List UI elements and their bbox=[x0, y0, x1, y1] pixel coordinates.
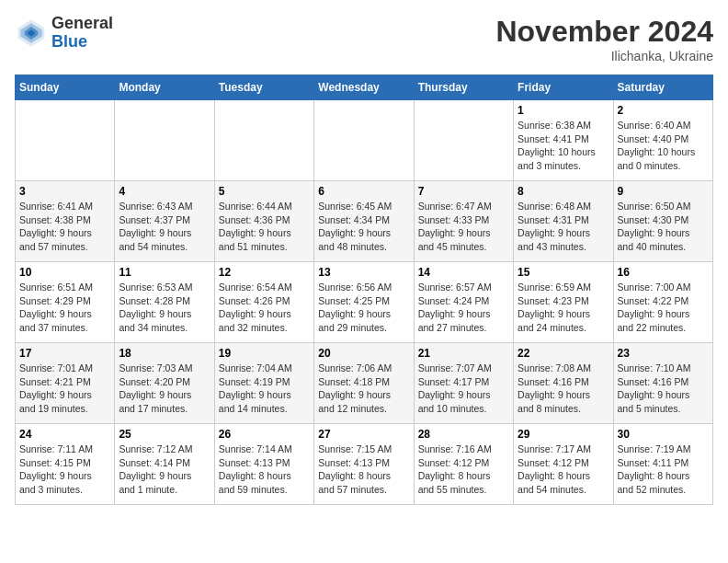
day-info: Sunrise: 6:59 AM Sunset: 4:23 PM Dayligh… bbox=[518, 281, 609, 335]
day-number: 16 bbox=[618, 266, 709, 279]
day-info: Sunrise: 7:06 AM Sunset: 4:18 PM Dayligh… bbox=[318, 362, 409, 416]
day-number: 30 bbox=[618, 428, 709, 441]
day-info: Sunrise: 7:00 AM Sunset: 4:22 PM Dayligh… bbox=[618, 281, 709, 335]
day-cell: 30Sunrise: 7:19 AM Sunset: 4:11 PM Dayli… bbox=[613, 424, 712, 505]
header-cell-saturday: Saturday bbox=[613, 75, 712, 100]
day-cell: 9Sunrise: 6:50 AM Sunset: 4:30 PM Daylig… bbox=[613, 181, 712, 262]
day-info: Sunrise: 6:56 AM Sunset: 4:25 PM Dayligh… bbox=[318, 281, 409, 335]
day-cell: 27Sunrise: 7:15 AM Sunset: 4:13 PM Dayli… bbox=[314, 424, 414, 505]
day-cell: 23Sunrise: 7:10 AM Sunset: 4:16 PM Dayli… bbox=[613, 343, 712, 424]
day-number: 5 bbox=[219, 185, 310, 198]
week-row-3: 17Sunrise: 7:01 AM Sunset: 4:21 PM Dayli… bbox=[16, 343, 713, 424]
week-row-1: 3Sunrise: 6:41 AM Sunset: 4:38 PM Daylig… bbox=[16, 181, 713, 262]
day-cell bbox=[16, 100, 115, 181]
day-info: Sunrise: 7:01 AM Sunset: 4:21 PM Dayligh… bbox=[19, 362, 110, 416]
day-number: 23 bbox=[618, 347, 709, 360]
day-cell: 18Sunrise: 7:03 AM Sunset: 4:20 PM Dayli… bbox=[115, 343, 214, 424]
day-info: Sunrise: 6:44 AM Sunset: 4:36 PM Dayligh… bbox=[219, 200, 310, 254]
day-number: 8 bbox=[518, 185, 609, 198]
day-cell: 14Sunrise: 6:57 AM Sunset: 4:24 PM Dayli… bbox=[414, 262, 513, 343]
day-number: 18 bbox=[119, 347, 210, 360]
day-info: Sunrise: 6:53 AM Sunset: 4:28 PM Dayligh… bbox=[119, 281, 210, 335]
location: Ilichanka, Ukraine bbox=[495, 49, 713, 63]
day-number: 13 bbox=[318, 266, 409, 279]
day-number: 9 bbox=[618, 185, 709, 198]
day-cell: 21Sunrise: 7:07 AM Sunset: 4:17 PM Dayli… bbox=[414, 343, 513, 424]
header-cell-sunday: Sunday bbox=[16, 75, 115, 100]
day-number: 26 bbox=[219, 428, 310, 441]
day-number: 11 bbox=[119, 266, 210, 279]
page-header: General Blue November 2024 Ilichanka, Uk… bbox=[15, 15, 713, 63]
day-info: Sunrise: 6:41 AM Sunset: 4:38 PM Dayligh… bbox=[19, 200, 110, 254]
day-cell bbox=[214, 100, 313, 181]
day-info: Sunrise: 6:47 AM Sunset: 4:33 PM Dayligh… bbox=[418, 200, 509, 254]
title-block: November 2024 Ilichanka, Ukraine bbox=[495, 15, 713, 63]
week-row-0: 1Sunrise: 6:38 AM Sunset: 4:41 PM Daylig… bbox=[16, 100, 713, 181]
calendar-header: SundayMondayTuesdayWednesdayThursdayFrid… bbox=[16, 75, 713, 100]
day-info: Sunrise: 7:10 AM Sunset: 4:16 PM Dayligh… bbox=[618, 362, 709, 416]
day-cell: 22Sunrise: 7:08 AM Sunset: 4:16 PM Dayli… bbox=[514, 343, 613, 424]
header-cell-thursday: Thursday bbox=[414, 75, 513, 100]
day-info: Sunrise: 7:07 AM Sunset: 4:17 PM Dayligh… bbox=[418, 362, 509, 416]
day-number: 21 bbox=[418, 347, 509, 360]
day-cell: 4Sunrise: 6:43 AM Sunset: 4:37 PM Daylig… bbox=[115, 181, 214, 262]
day-info: Sunrise: 7:12 AM Sunset: 4:14 PM Dayligh… bbox=[119, 442, 210, 497]
day-cell: 24Sunrise: 7:11 AM Sunset: 4:15 PM Dayli… bbox=[16, 424, 115, 505]
day-info: Sunrise: 6:43 AM Sunset: 4:37 PM Dayligh… bbox=[119, 200, 210, 254]
day-info: Sunrise: 7:04 AM Sunset: 4:19 PM Dayligh… bbox=[219, 362, 310, 416]
day-cell: 15Sunrise: 6:59 AM Sunset: 4:23 PM Dayli… bbox=[514, 262, 613, 343]
day-number: 19 bbox=[219, 347, 310, 360]
day-cell bbox=[115, 100, 214, 181]
day-info: Sunrise: 6:57 AM Sunset: 4:24 PM Dayligh… bbox=[418, 281, 509, 335]
day-info: Sunrise: 7:03 AM Sunset: 4:20 PM Dayligh… bbox=[119, 362, 210, 416]
day-number: 27 bbox=[318, 428, 409, 441]
day-info: Sunrise: 7:19 AM Sunset: 4:11 PM Dayligh… bbox=[618, 442, 709, 497]
day-cell: 3Sunrise: 6:41 AM Sunset: 4:38 PM Daylig… bbox=[16, 181, 115, 262]
day-cell: 19Sunrise: 7:04 AM Sunset: 4:19 PM Dayli… bbox=[214, 343, 313, 424]
day-number: 1 bbox=[518, 104, 609, 117]
logo-text: General Blue bbox=[51, 15, 113, 52]
day-number: 6 bbox=[318, 185, 409, 198]
day-number: 22 bbox=[518, 347, 609, 360]
day-cell bbox=[414, 100, 513, 181]
logo-general: General bbox=[51, 14, 113, 32]
day-cell: 28Sunrise: 7:16 AM Sunset: 4:12 PM Dayli… bbox=[414, 424, 513, 505]
day-number: 17 bbox=[19, 347, 110, 360]
day-cell: 20Sunrise: 7:06 AM Sunset: 4:18 PM Dayli… bbox=[314, 343, 414, 424]
day-cell: 13Sunrise: 6:56 AM Sunset: 4:25 PM Dayli… bbox=[314, 262, 414, 343]
day-cell: 26Sunrise: 7:14 AM Sunset: 4:13 PM Dayli… bbox=[214, 424, 313, 505]
day-number: 4 bbox=[119, 185, 210, 198]
day-cell: 6Sunrise: 6:45 AM Sunset: 4:34 PM Daylig… bbox=[314, 181, 414, 262]
day-number: 29 bbox=[518, 428, 609, 441]
day-info: Sunrise: 6:48 AM Sunset: 4:31 PM Dayligh… bbox=[518, 200, 609, 254]
day-number: 20 bbox=[318, 347, 409, 360]
day-cell: 25Sunrise: 7:12 AM Sunset: 4:14 PM Dayli… bbox=[115, 424, 214, 505]
week-row-2: 10Sunrise: 6:51 AM Sunset: 4:29 PM Dayli… bbox=[16, 262, 713, 343]
day-cell: 7Sunrise: 6:47 AM Sunset: 4:33 PM Daylig… bbox=[414, 181, 513, 262]
day-number: 15 bbox=[518, 266, 609, 279]
day-info: Sunrise: 6:45 AM Sunset: 4:34 PM Dayligh… bbox=[318, 200, 409, 254]
calendar-table: SundayMondayTuesdayWednesdayThursdayFrid… bbox=[15, 75, 713, 505]
header-cell-tuesday: Tuesday bbox=[214, 75, 313, 100]
day-cell: 8Sunrise: 6:48 AM Sunset: 4:31 PM Daylig… bbox=[514, 181, 613, 262]
header-cell-wednesday: Wednesday bbox=[314, 75, 414, 100]
day-number: 28 bbox=[418, 428, 509, 441]
day-number: 10 bbox=[19, 266, 110, 279]
day-number: 14 bbox=[418, 266, 509, 279]
day-info: Sunrise: 6:51 AM Sunset: 4:29 PM Dayligh… bbox=[19, 281, 110, 335]
day-cell: 1Sunrise: 6:38 AM Sunset: 4:41 PM Daylig… bbox=[514, 100, 613, 181]
logo: General Blue bbox=[15, 15, 113, 52]
day-cell: 17Sunrise: 7:01 AM Sunset: 4:21 PM Dayli… bbox=[16, 343, 115, 424]
day-info: Sunrise: 6:50 AM Sunset: 4:30 PM Dayligh… bbox=[618, 200, 709, 254]
logo-blue: Blue bbox=[51, 32, 87, 51]
day-cell: 12Sunrise: 6:54 AM Sunset: 4:26 PM Dayli… bbox=[214, 262, 313, 343]
day-info: Sunrise: 7:11 AM Sunset: 4:15 PM Dayligh… bbox=[19, 442, 110, 497]
day-info: Sunrise: 7:08 AM Sunset: 4:16 PM Dayligh… bbox=[518, 362, 609, 416]
day-info: Sunrise: 6:38 AM Sunset: 4:41 PM Dayligh… bbox=[518, 119, 609, 173]
day-info: Sunrise: 7:17 AM Sunset: 4:12 PM Dayligh… bbox=[518, 442, 609, 497]
day-info: Sunrise: 7:15 AM Sunset: 4:13 PM Dayligh… bbox=[318, 442, 409, 497]
day-number: 24 bbox=[19, 428, 110, 441]
day-number: 2 bbox=[618, 104, 709, 117]
day-cell: 2Sunrise: 6:40 AM Sunset: 4:40 PM Daylig… bbox=[613, 100, 712, 181]
day-info: Sunrise: 7:14 AM Sunset: 4:13 PM Dayligh… bbox=[219, 442, 310, 497]
